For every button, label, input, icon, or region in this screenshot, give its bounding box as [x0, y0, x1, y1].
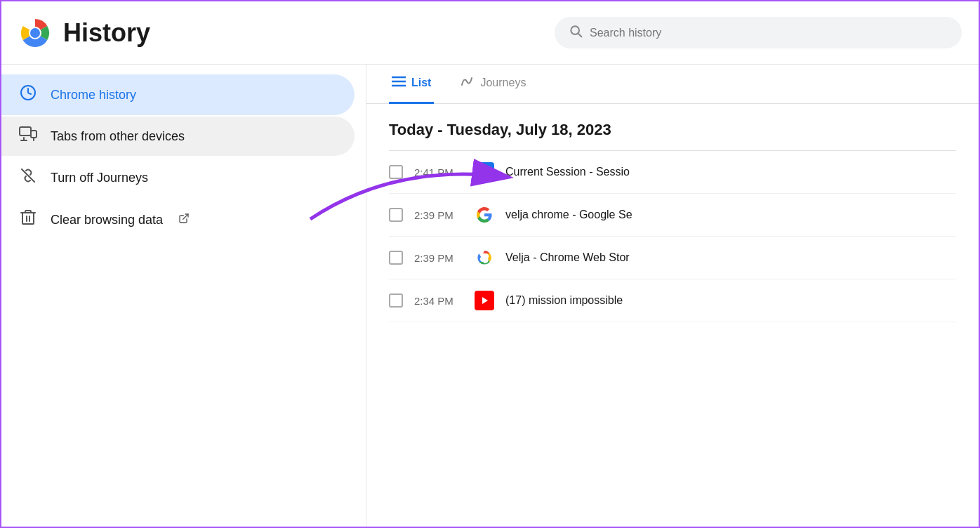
svg-rect-7 — [31, 131, 37, 138]
table-row: 2:34 PM (17) mission impossible — [389, 279, 956, 322]
sidebar-item-label: Turn off Journeys — [51, 171, 148, 185]
svg-point-2 — [30, 28, 40, 38]
page-title: History — [63, 18, 150, 48]
sidebar-item-chrome-history[interactable]: Chrome history — [1, 74, 355, 115]
table-row: 2:39 PM velja chrome - Google Se — [389, 194, 956, 237]
favicon — [475, 205, 494, 225]
favicon — [475, 291, 494, 310]
svg-rect-11 — [22, 213, 34, 224]
chrome-logo-icon — [18, 16, 52, 50]
svg-point-21 — [482, 255, 487, 260]
svg-rect-6 — [20, 127, 31, 136]
journeys-icon — [459, 75, 475, 91]
favicon — [475, 248, 494, 268]
history-item-title[interactable]: Velja - Chrome Web Stor — [505, 251, 630, 264]
search-input[interactable] — [590, 27, 948, 39]
sidebar-item-tabs-other-devices[interactable]: Tabs from other devices — [1, 117, 355, 156]
content-area: List Journeys Today - Tuesday, July 18, … — [366, 65, 979, 528]
sidebar-item-label: Chrome history — [51, 88, 136, 103]
sidebar-item-label: Tabs from other devices — [51, 129, 185, 144]
devices-icon — [18, 126, 38, 146]
svg-rect-18 — [479, 168, 489, 174]
svg-line-14 — [183, 214, 188, 219]
sidebar-item-label: Clear browsing data — [51, 213, 163, 227]
tab-list[interactable]: List — [389, 65, 434, 104]
history-item-checkbox[interactable] — [389, 251, 403, 265]
tab-journeys[interactable]: Journeys — [456, 65, 529, 105]
trash-icon — [18, 209, 38, 230]
history-item-checkbox[interactable] — [389, 293, 403, 308]
sidebar: Chrome history Tabs from other devices — [1, 65, 366, 528]
svg-point-3 — [571, 26, 579, 34]
svg-line-4 — [578, 34, 581, 37]
history-item-title[interactable]: Current Session - Sessio — [505, 166, 630, 178]
history-item-checkbox[interactable] — [389, 208, 403, 222]
search-icon — [569, 24, 583, 41]
table-row: 2:39 PM Velja - Chrome Web Stor — [389, 237, 956, 279]
history-item-checkbox[interactable] — [389, 165, 403, 179]
history-time: 2:34 PM — [414, 295, 463, 307]
tab-journeys-label: Journeys — [480, 77, 526, 89]
journeys-off-icon — [18, 167, 38, 188]
history-list: Today - Tuesday, July 18, 2023 2:41 PM C… — [366, 104, 979, 528]
tab-list-label: List — [411, 77, 431, 89]
header: History — [1, 1, 979, 65]
favicon — [475, 162, 494, 182]
external-link-icon — [178, 213, 190, 227]
svg-marker-22 — [482, 297, 488, 304]
table-row: 2:41 PM Current Session - Sessio — [389, 151, 956, 194]
clock-icon — [18, 84, 38, 105]
sidebar-item-clear-browsing[interactable]: Clear browsing data — [1, 199, 355, 240]
search-bar — [555, 17, 962, 48]
tabs-bar: List Journeys — [366, 65, 979, 104]
history-item-title[interactable]: (17) mission impossible — [505, 294, 623, 307]
history-item-title[interactable]: velja chrome - Google Se — [505, 209, 633, 221]
main-layout: Chrome history Tabs from other devices — [1, 65, 979, 528]
history-time: 2:39 PM — [414, 209, 463, 221]
history-time: 2:41 PM — [414, 166, 463, 178]
history-time: 2:39 PM — [414, 252, 463, 264]
sidebar-item-turn-off-journeys[interactable]: Turn off Journeys — [1, 157, 355, 198]
list-icon — [392, 76, 406, 91]
date-header: Today - Tuesday, July 18, 2023 — [389, 104, 956, 151]
